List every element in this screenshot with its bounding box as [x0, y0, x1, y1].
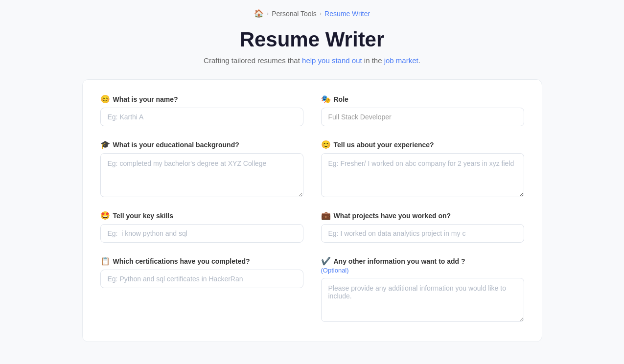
- additional-label: ✔️ Any other information you want to add…: [321, 256, 524, 274]
- form-container: 😊 What is your name? 🎭 Role 🎓 What is yo…: [82, 79, 542, 342]
- breadcrumb-sep-1: ›: [267, 10, 269, 17]
- skills-label: 🤩 Tell your key skills: [100, 211, 303, 220]
- projects-label-text: What projects have you worked on?: [334, 212, 451, 220]
- education-label: 🎓 What is your educational background?: [100, 140, 303, 149]
- name-input[interactable]: [100, 108, 303, 126]
- page-subtitle: Crafting tailored resumes that help you …: [0, 56, 624, 65]
- breadcrumb-sep-2: ›: [320, 10, 322, 17]
- breadcrumb-personal-tools[interactable]: Personal Tools: [272, 10, 317, 18]
- role-label-text: Role: [334, 95, 348, 103]
- experience-emoji: 😊: [321, 140, 331, 149]
- role-field-group: 🎭 Role: [321, 94, 524, 126]
- certifications-field-group: 📋 Which certifications have you complete…: [100, 256, 303, 322]
- skills-input[interactable]: [100, 224, 303, 243]
- education-label-text: What is your educational background?: [113, 141, 239, 149]
- certifications-label-text: Which certifications have you completed?: [113, 257, 250, 265]
- skills-emoji: 🤩: [100, 211, 110, 220]
- experience-textarea[interactable]: [321, 153, 524, 197]
- certifications-label: 📋 Which certifications have you complete…: [100, 256, 303, 266]
- role-input[interactable]: [321, 108, 524, 126]
- certifications-input[interactable]: [100, 270, 303, 288]
- skills-field-group: 🤩 Tell your key skills: [100, 211, 303, 243]
- additional-emoji: ✔️: [321, 256, 331, 266]
- form-grid: 😊 What is your name? 🎭 Role 🎓 What is yo…: [100, 94, 524, 322]
- name-label: 😊 What is your name?: [100, 94, 303, 104]
- additional-field-group: ✔️ Any other information you want to add…: [321, 256, 524, 322]
- home-icon[interactable]: 🏠: [254, 9, 264, 18]
- optional-tag: (Optional): [321, 267, 349, 274]
- experience-label-text: Tell us about your experience?: [334, 141, 434, 149]
- page-title: Resume Writer: [0, 28, 624, 51]
- skills-label-text: Tell your key skills: [113, 212, 173, 220]
- breadcrumb: 🏠 › Personal Tools › Resume Writer: [0, 0, 624, 23]
- name-label-text: What is your name?: [113, 95, 178, 103]
- name-field-group: 😊 What is your name?: [100, 94, 303, 126]
- additional-label-text: Any other information you want to add ?: [334, 257, 465, 265]
- role-emoji: 🎭: [321, 94, 331, 104]
- breadcrumb-current: Resume Writer: [324, 10, 370, 18]
- education-field-group: 🎓 What is your educational background?: [100, 140, 303, 197]
- experience-field-group: 😊 Tell us about your experience?: [321, 140, 524, 197]
- education-emoji: 🎓: [100, 140, 110, 149]
- projects-field-group: 💼 What projects have you worked on?: [321, 211, 524, 243]
- education-textarea[interactable]: [100, 153, 303, 197]
- name-emoji: 😊: [100, 94, 110, 104]
- role-label: 🎭 Role: [321, 94, 524, 104]
- certifications-emoji: 📋: [100, 256, 110, 266]
- projects-input[interactable]: [321, 224, 524, 243]
- projects-emoji: 💼: [321, 211, 331, 220]
- additional-textarea[interactable]: [321, 278, 524, 322]
- experience-label: 😊 Tell us about your experience?: [321, 140, 524, 149]
- projects-label: 💼 What projects have you worked on?: [321, 211, 524, 220]
- page-header: Resume Writer Crafting tailored resumes …: [0, 23, 624, 79]
